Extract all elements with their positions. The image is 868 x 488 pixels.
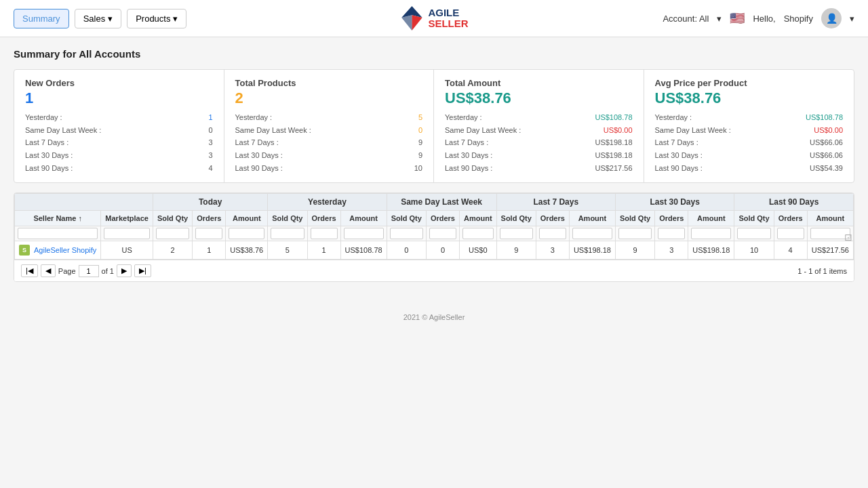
filter-l7-orders[interactable] [536,226,569,241]
card-rows-total-products: Yesterday : 5 Same Day Last Week : 0 Las… [235,111,423,174]
next-page-button[interactable]: ▶ [117,264,132,277]
card-title-total-amount: Total Amount [445,78,633,88]
filter-l30-amount[interactable] [688,226,734,241]
logo-seller: SELLER [428,18,468,29]
th-sdlw: Same Day Last Week [387,194,496,211]
filter-seller-input[interactable] [18,228,98,239]
th-empty [15,194,153,211]
cell-l30-sold: 9 [615,241,654,260]
sales-label: Sales [83,14,106,24]
cell-l90-sold: 10 [734,241,774,260]
th-sdlw-amount: Amount [460,211,497,226]
last-page-button[interactable]: ▶| [134,264,151,277]
filter-seller[interactable] [15,226,101,241]
th-yest-amount: Amount [340,211,387,226]
avatar[interactable]: 👤 [821,8,842,28]
filter-today-amount-input[interactable] [229,228,264,239]
cell-l7-sold: 9 [496,241,536,260]
filter-yest-orders[interactable] [307,226,340,241]
card-rows-new-orders: Yesterday : 1 Same Day Last Week : 0 Las… [25,111,213,174]
prev-page-button[interactable]: ◀ [41,264,56,277]
cell-yest-sold: 5 [268,241,307,260]
shopify-icon: S [19,245,30,256]
card-row: Yesterday : US$108.78 [655,111,844,124]
filter-l30-sold[interactable] [615,226,654,241]
card-row: Yesterday : US$108.78 [445,111,633,124]
filter-l7-orders-input[interactable] [539,228,566,239]
filter-yest-amount-input[interactable] [344,228,384,239]
filter-yest-orders-input[interactable] [311,228,338,239]
filter-mp[interactable] [101,226,153,241]
cell-l30-amount: US$198.18 [688,241,734,260]
chevron-down-icon: ▾ [717,14,722,24]
hello-text: Hello, [753,14,775,24]
filter-sdlw-sold-input[interactable] [390,228,423,239]
svg-marker-2 [401,15,412,30]
th-l90-amount: Amount [807,211,853,226]
filter-l90-sold[interactable] [734,226,774,241]
filter-l7-amount[interactable] [569,226,615,241]
th-l90: Last 90 Days [734,194,854,211]
filter-yest-sold[interactable] [268,226,307,241]
filter-today-orders-input[interactable] [195,228,222,239]
account-label[interactable]: Account: All [663,14,709,24]
data-table: Today Yesterday Same Day Last Week Last … [14,193,854,260]
th-yesterday: Yesterday [268,194,387,211]
filter-today-sold-input[interactable] [156,228,189,239]
th-yest-orders: Orders [307,211,340,226]
th-today: Today [153,194,267,211]
user-menu-chevron[interactable]: ▾ [850,14,854,24]
th-l90-orders: Orders [774,211,807,226]
filter-sdlw-sold[interactable] [387,226,426,241]
th-seller-name[interactable]: Seller Name ↑ [15,211,101,226]
filter-sdlw-amount[interactable] [460,226,497,241]
page-label: Page [58,267,76,275]
sort-icon: ↑ [78,214,82,222]
filter-l90-orders-input[interactable] [777,228,804,239]
filter-l90-orders[interactable] [774,226,807,241]
first-page-button[interactable]: |◀ [21,264,38,277]
seller-link[interactable]: AgileSeller Shopify [34,246,96,254]
th-l7-orders: Orders [536,211,569,226]
card-row: Same Day Last Week : 0 [235,124,423,137]
card-total-amount: Total Amount US$38.76 Yesterday : US$108… [434,70,644,182]
filter-l7-amount-input[interactable] [572,228,612,239]
filter-today-sold[interactable] [153,226,192,241]
filter-today-amount[interactable] [226,226,268,241]
nav-products[interactable]: Products ▾ [127,9,186,28]
filter-yest-amount[interactable] [340,226,387,241]
card-title-total-products: Total Products [235,78,423,88]
cell-today-orders: 1 [193,241,226,260]
filter-l7-sold[interactable] [496,226,536,241]
nav-left: Summary Sales ▾ Products ▾ [14,9,186,28]
card-row: Last 30 Days : US$198.18 [445,149,633,162]
card-total-products: Total Products 2 Yesterday : 5 Same Day … [224,70,435,182]
filter-yest-sold-input[interactable] [271,228,304,239]
filter-l90-sold-input[interactable] [737,228,770,239]
card-value-total-products: 2 [235,89,423,107]
filter-sdlw-orders[interactable] [426,226,459,241]
cell-yest-amount: US$108.78 [340,241,387,260]
filter-l30-orders-input[interactable] [658,228,685,239]
header: Summary Sales ▾ Products ▾ AGILE SELLER … [0,0,868,37]
nav-summary[interactable]: Summary [14,9,69,28]
cell-today-amount: US$38.76 [226,241,268,260]
filter-l30-amount-input[interactable] [691,228,731,239]
card-title-avg-price: Avg Price per Product [655,78,844,88]
nav-sales[interactable]: Sales ▾ [75,9,122,28]
filter-l7-sold-input[interactable] [500,228,533,239]
filter-l30-sold-input[interactable] [618,228,652,239]
filter-sdlw-orders-input[interactable] [429,228,456,239]
th-today-amount: Amount [226,211,268,226]
card-row: Last 90 Days : US$217.56 [445,162,633,175]
cell-l90-orders: 4 [774,241,807,260]
filter-mp-input[interactable] [104,228,150,239]
cell-today-sold: 2 [153,241,192,260]
page-number-input[interactable] [79,265,99,277]
th-yest-sold: Sold Qty [268,211,307,226]
filter-today-orders[interactable] [193,226,226,241]
filter-sdlw-amount-input[interactable] [462,228,494,239]
card-row: Last 7 Days : 9 [235,136,423,149]
filter-l30-orders[interactable] [655,226,688,241]
card-row: Same Day Last Week : US$0.00 [445,124,633,137]
